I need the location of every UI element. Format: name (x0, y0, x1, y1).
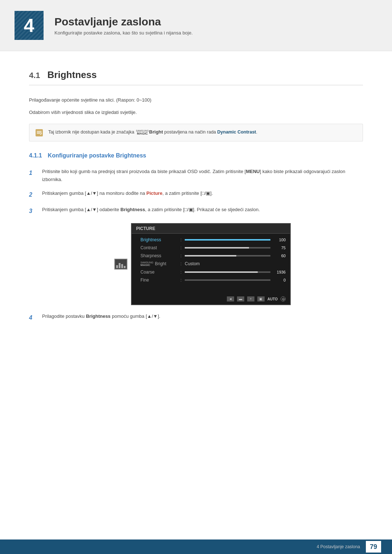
footer-page-number: 79 (366, 541, 381, 553)
step-2-num: 2 (29, 190, 35, 200)
step-3-num: 3 (29, 206, 35, 216)
monitor-side-icon (114, 259, 127, 270)
section-title: Brightness (48, 69, 97, 81)
osd-ctrl-auto: AUTO (268, 297, 278, 301)
subsection-heading: 4.1.1 Konfiguriranje postavke Brightness (29, 152, 363, 159)
note-dynamic-contrast: Dynamic Contrast (217, 130, 256, 135)
osd-ctrl-plus: + (247, 296, 254, 301)
main-content: 4.1 Brightness Prilagođavanje općenite s… (0, 51, 392, 350)
note-prefix: Taj izbornik nije dostupan kada je znača… (48, 130, 135, 135)
step-1-num: 1 (29, 168, 35, 178)
step-1: 1 Pritisnite bilo koji gumb na prednjoj … (29, 168, 363, 184)
subsection-title: Konfiguriranje postavke Brightness (48, 152, 146, 159)
osd-item-magic-bright: SAMSUNG MAGIC Bright : Custom (132, 260, 290, 268)
osd-item-contrast: Contrast : 75 (132, 244, 290, 252)
note-middle: postavljena na način rada (163, 130, 217, 135)
chapter-title: Postavljanje zaslona (54, 16, 193, 28)
note-box: Taj izbornik nije dostupan kada je znača… (29, 124, 363, 141)
step-1-text: Pritisnite bilo koji gumb na prednjoj st… (42, 168, 363, 184)
note-icon (35, 129, 43, 137)
osd-ctrl-enter: ▣ (257, 296, 265, 301)
chapter-info: Postavljanje zaslona Konfigurirajte post… (54, 16, 193, 36)
note-text: Taj izbornik nije dostupan kada je znača… (48, 128, 257, 136)
osd-wrapper: PICTURE Brightness : 100 (114, 223, 291, 305)
osd-ctrl-left: ◄ (227, 296, 234, 301)
step-2: 2 Pritiskanjem gumba [▲/▼] na monitoru d… (29, 189, 363, 200)
osd-item-brightness: Brightness : 100 (132, 236, 290, 244)
osd-container: PICTURE Brightness : 100 (42, 223, 363, 305)
chapter-number-box: 4 (15, 11, 44, 40)
section-number: 4.1 (29, 71, 40, 80)
osd-title: PICTURE (132, 224, 290, 234)
step-3-text: Pritiskanjem gumba [▲/▼] odaberite Brigh… (42, 206, 363, 214)
note-suffix: . (256, 130, 257, 135)
step-4-text: Prilagodite postavku Brightness pomoću g… (42, 312, 363, 320)
intro-line1: Prilagođavanje općenite svjetline na sli… (29, 96, 363, 104)
osd-item-sharpness: Sharpness : 60 (132, 252, 290, 260)
steps-list: 1 Pritisnite bilo koji gumb na prednjoj … (29, 168, 363, 216)
osd-item-fine: Fine : 0 (132, 276, 290, 284)
osd-screen: PICTURE Brightness : 100 (131, 223, 291, 305)
step4-list: 4 Prilagodite postavku Brightness pomoću… (29, 312, 363, 323)
note-magic: Bright (149, 129, 163, 135)
section-heading: 4.1 Brightness (29, 69, 363, 85)
step-2-text: Pritiskanjem gumba [▲/▼] na monitoru dođ… (42, 189, 363, 197)
osd-controls: ◄ ▬ + ▣ AUTO ⏻ (227, 296, 286, 301)
osd-menu: Brightness : 100 Contrast : (132, 234, 290, 286)
page-footer: 4 Postavljanje zaslona 79 (0, 539, 392, 554)
step-3: 3 Pritiskanjem gumba [▲/▼] odaberite Bri… (29, 206, 363, 216)
svg-rect-0 (36, 129, 43, 136)
osd-ctrl-power: ⏻ (281, 296, 286, 301)
step-4-num: 4 (29, 313, 35, 323)
chapter-subtitle: Konfigurirajte postavke zaslona, kao što… (54, 30, 193, 36)
step-4: 4 Prilagodite postavku Brightness pomoću… (29, 312, 363, 323)
footer-chapter-text: 4 Postavljanje zaslona (317, 544, 360, 549)
chapter-number: 4 (24, 15, 34, 36)
chapter-header: 4 Postavljanje zaslona Konfigurirajte po… (0, 0, 392, 51)
osd-ctrl-minus: ▬ (237, 296, 244, 301)
osd-item-coarse: Coarse : 1936 (132, 268, 290, 276)
subsection-number: 4.1.1 (29, 152, 42, 159)
intro-line2: Odabirom viših vrijednosti slika će izgl… (29, 108, 363, 116)
